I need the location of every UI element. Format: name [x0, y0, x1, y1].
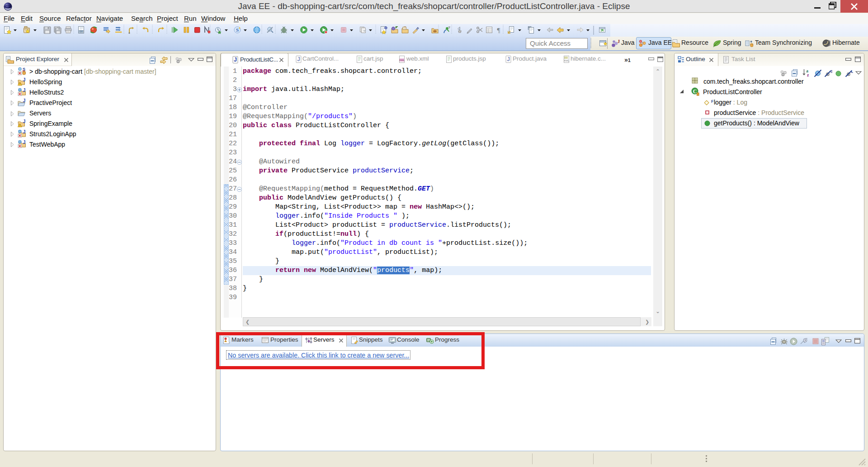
svg-text:J: J — [23, 88, 26, 93]
svg-text:XML: XML — [399, 59, 405, 62]
svg-text:J: J — [618, 39, 620, 44]
svg-text:J: J — [23, 119, 26, 124]
svg-text:C: C — [693, 88, 697, 95]
svg-text:J: J — [23, 140, 26, 145]
svg-text:J: J — [507, 56, 510, 62]
svg-text:J: J — [234, 57, 237, 63]
svg-text:XML: XML — [564, 59, 570, 62]
svg-text:J: J — [23, 129, 26, 134]
svg-text:z: z — [807, 72, 809, 77]
svg-text:S: S — [236, 27, 239, 33]
svg-text:J: J — [297, 56, 300, 62]
svg-text:¶: ¶ — [497, 27, 500, 34]
svg-text:J: J — [23, 77, 26, 82]
svg-text:010: 010 — [79, 30, 84, 33]
svg-text:J: J — [23, 98, 26, 103]
svg-text:C: C — [458, 27, 461, 31]
